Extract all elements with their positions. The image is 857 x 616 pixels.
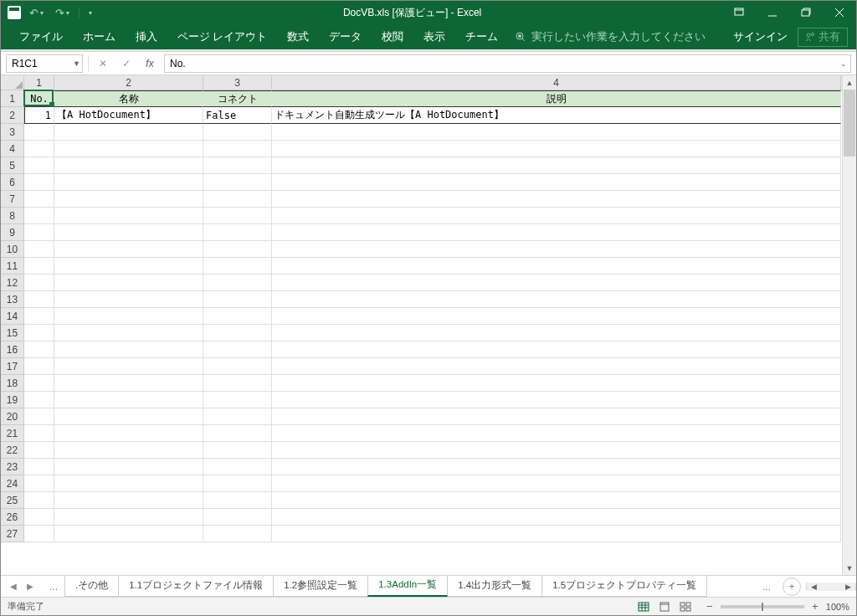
row-header[interactable]: 11 bbox=[1, 258, 24, 275]
normal-view-button[interactable] bbox=[634, 599, 654, 614]
empty-cell[interactable] bbox=[203, 157, 272, 174]
empty-cell[interactable] bbox=[54, 141, 203, 157]
empty-cell[interactable] bbox=[272, 174, 841, 191]
empty-cell[interactable] bbox=[272, 475, 841, 492]
hscroll-left-button[interactable]: ◀ bbox=[807, 583, 821, 591]
empty-cell[interactable] bbox=[203, 174, 272, 191]
tab-insert[interactable]: 挿入 bbox=[126, 24, 167, 49]
empty-cell[interactable] bbox=[54, 224, 203, 241]
empty-cell[interactable] bbox=[203, 358, 272, 375]
row-header[interactable]: 22 bbox=[1, 442, 24, 459]
empty-cell[interactable] bbox=[272, 275, 841, 291]
empty-cell[interactable] bbox=[24, 174, 54, 191]
sheet-tab[interactable]: 1.3AddIn一覧 bbox=[367, 576, 448, 597]
zoom-out-button[interactable]: − bbox=[704, 600, 716, 613]
empty-cell[interactable] bbox=[203, 258, 272, 275]
row-header[interactable]: 20 bbox=[1, 408, 24, 425]
header-cell[interactable]: 説明 bbox=[272, 90, 841, 107]
empty-cell[interactable] bbox=[24, 291, 54, 308]
header-cell[interactable]: No. bbox=[24, 90, 54, 107]
data-cell[interactable]: ドキュメント自動生成ツール【A HotDocument】 bbox=[272, 107, 841, 124]
vertical-scrollbar[interactable]: ▲ ▼ bbox=[842, 75, 856, 575]
empty-cell[interactable] bbox=[24, 208, 54, 224]
empty-cell[interactable] bbox=[54, 408, 203, 425]
name-box-dropdown-icon[interactable]: ▼ bbox=[73, 59, 80, 68]
empty-cell[interactable] bbox=[272, 141, 841, 157]
empty-cell[interactable] bbox=[24, 325, 54, 341]
empty-cell[interactable] bbox=[272, 325, 841, 341]
row-header[interactable]: 8 bbox=[1, 208, 24, 224]
empty-cell[interactable] bbox=[272, 408, 841, 425]
empty-cell[interactable] bbox=[203, 475, 272, 492]
formula-expand-icon[interactable]: ⌄ bbox=[840, 59, 847, 68]
empty-cell[interactable] bbox=[272, 375, 841, 392]
sheet-tab[interactable]: 1.4出力形式一覧 bbox=[447, 576, 542, 597]
data-cell[interactable]: 【A HotDocument】 bbox=[54, 107, 203, 124]
empty-cell[interactable] bbox=[24, 157, 54, 174]
select-all-corner[interactable] bbox=[1, 75, 24, 90]
ribbon-display-button[interactable] bbox=[722, 1, 756, 24]
sheet-tab[interactable]: 1.2参照設定一覧 bbox=[273, 576, 368, 597]
row-header[interactable]: 14 bbox=[1, 308, 24, 325]
row-header[interactable]: 12 bbox=[1, 275, 24, 291]
empty-cell[interactable] bbox=[54, 425, 203, 442]
empty-cell[interactable] bbox=[24, 526, 54, 542]
new-sheet-button[interactable]: + bbox=[783, 578, 801, 596]
empty-cell[interactable] bbox=[272, 241, 841, 258]
empty-cell[interactable] bbox=[272, 258, 841, 275]
row-header[interactable]: 24 bbox=[1, 475, 24, 492]
empty-cell[interactable] bbox=[203, 275, 272, 291]
empty-cell[interactable] bbox=[54, 358, 203, 375]
empty-cell[interactable] bbox=[54, 241, 203, 258]
empty-cell[interactable] bbox=[272, 341, 841, 358]
empty-cell[interactable] bbox=[24, 509, 54, 526]
row-header[interactable]: 9 bbox=[1, 224, 24, 241]
empty-cell[interactable] bbox=[203, 509, 272, 526]
page-break-view-button[interactable] bbox=[675, 599, 695, 614]
row-header[interactable]: 17 bbox=[1, 358, 24, 375]
empty-cell[interactable] bbox=[272, 442, 841, 459]
empty-cell[interactable] bbox=[54, 392, 203, 408]
sheet-tab[interactable]: .その他 bbox=[64, 576, 119, 597]
empty-cell[interactable] bbox=[54, 191, 203, 208]
empty-cell[interactable] bbox=[203, 442, 272, 459]
sheet-nav-prev[interactable]: ◀ bbox=[6, 579, 21, 594]
tab-review[interactable]: 校閲 bbox=[372, 24, 413, 49]
empty-cell[interactable] bbox=[203, 308, 272, 325]
empty-cell[interactable] bbox=[272, 492, 841, 509]
empty-cell[interactable] bbox=[24, 442, 54, 459]
undo-button[interactable]: ↶▾ bbox=[26, 7, 47, 19]
empty-cell[interactable] bbox=[203, 375, 272, 392]
empty-cell[interactable] bbox=[54, 124, 203, 141]
row-header[interactable]: 3 bbox=[1, 124, 24, 141]
name-box[interactable]: R1C1 ▼ bbox=[6, 54, 83, 73]
share-button[interactable]: 共有 bbox=[798, 28, 848, 47]
tell-me-search[interactable]: 実行したい作業を入力してください bbox=[515, 30, 706, 44]
empty-cell[interactable] bbox=[54, 341, 203, 358]
empty-cell[interactable] bbox=[24, 425, 54, 442]
sheet-nav-next[interactable]: ▶ bbox=[23, 579, 38, 594]
close-button[interactable] bbox=[823, 1, 856, 24]
empty-cell[interactable] bbox=[24, 124, 54, 141]
empty-cell[interactable] bbox=[203, 291, 272, 308]
empty-cell[interactable] bbox=[203, 425, 272, 442]
row-header[interactable]: 25 bbox=[1, 492, 24, 509]
column-header[interactable]: 4 bbox=[272, 75, 841, 90]
empty-cell[interactable] bbox=[272, 124, 841, 141]
cells-area[interactable]: No.名称コネクト説明1【A HotDocument】Falseドキュメント自動… bbox=[24, 90, 842, 542]
empty-cell[interactable] bbox=[272, 392, 841, 408]
empty-cell[interactable] bbox=[272, 459, 841, 475]
scroll-down-button[interactable]: ▼ bbox=[843, 561, 856, 575]
empty-cell[interactable] bbox=[272, 291, 841, 308]
empty-cell[interactable] bbox=[54, 509, 203, 526]
header-cell[interactable]: 名称 bbox=[54, 90, 203, 107]
empty-cell[interactable] bbox=[272, 308, 841, 325]
empty-cell[interactable] bbox=[24, 341, 54, 358]
empty-cell[interactable] bbox=[203, 191, 272, 208]
empty-cell[interactable] bbox=[24, 475, 54, 492]
row-header[interactable]: 19 bbox=[1, 392, 24, 408]
minimize-button[interactable] bbox=[756, 1, 789, 24]
row-header[interactable]: 13 bbox=[1, 291, 24, 308]
sheet-tabs-ellipsis-right[interactable]: ... bbox=[756, 578, 777, 596]
empty-cell[interactable] bbox=[203, 224, 272, 241]
